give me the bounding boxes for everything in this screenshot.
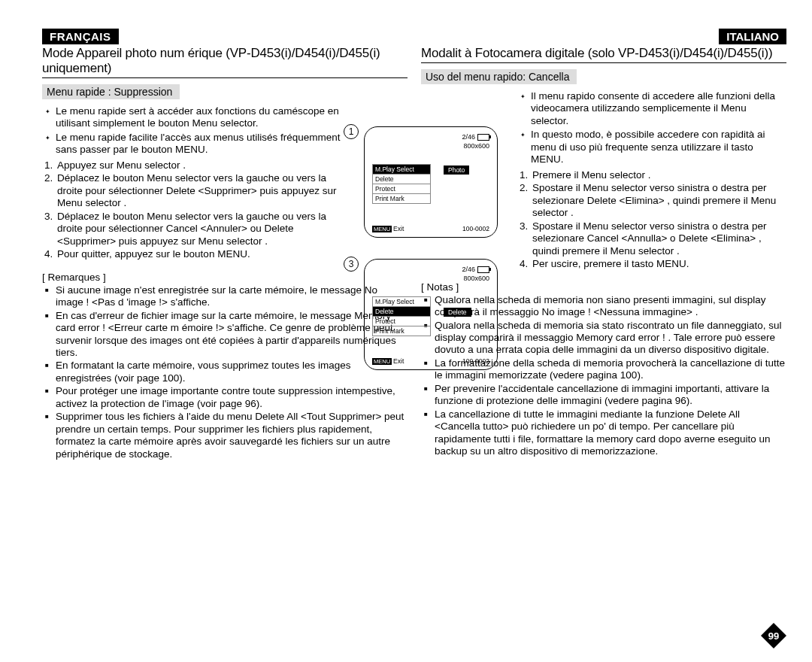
menu-value-photo: Photo (444, 166, 469, 175)
step-badge-3: 3 (344, 257, 359, 272)
menu-button-label: MENU (372, 226, 392, 232)
note-2-fr: En cas d'erreur de fichier image sur la … (56, 310, 408, 360)
subheading-fr: Menu rapide : Suppression (42, 84, 180, 99)
menu-row-printmark: Print Mark (373, 194, 430, 203)
lcd-illustrations: 1 2/46 800x600 M.Play Select Photo Delet… (364, 126, 507, 391)
note-4-fr: Pour protéger une image importante contr… (56, 385, 408, 410)
exit-label: Exit (393, 357, 404, 365)
lcd-figure-3: 3 2/46 800x600 M.Play Select Delete Dele… (364, 259, 498, 370)
menu-row-printmark: Print Mark (373, 326, 430, 336)
page-number: 99 (768, 630, 779, 642)
page-title-fr: Mode Appareil photo num érique (VP-D453(… (42, 46, 408, 78)
battery-icon (477, 266, 489, 273)
note-5-fr: Supprimer tous les fichiers à l'aide du … (56, 411, 408, 460)
intro-para-2-fr: Le menu rapide facilite l'accès aux menu… (56, 132, 350, 156)
exit-label: Exit (393, 225, 404, 232)
menu-value-delete: Delete (444, 308, 471, 317)
intro-para-1-it: Il menu rapido consente di accedere alle… (531, 90, 786, 127)
intro-para-2-it: In questo modo, è possibile accedere con… (531, 129, 786, 166)
menu-row-delete: Delete (373, 175, 430, 184)
menu-row-protect: Protect (373, 184, 430, 194)
lcd-figure-1: 1 2/46 800x600 M.Play Select Photo Delet… (364, 126, 498, 238)
image-counter: 2/46 (462, 266, 475, 273)
step-2-fr: Déplacez le bouton Menu selector vers la… (56, 172, 350, 209)
step-4-it: Per uscire, premere il tasto MENU. (531, 258, 786, 270)
note-1-fr: Si aucune image n'est enregistrée sur la… (56, 284, 408, 309)
intro-para-1-fr: Le menu rapide sert à accéder aux foncti… (56, 105, 350, 130)
step-badge-1: 1 (344, 124, 359, 139)
resolution-label: 800x600 (463, 275, 489, 282)
menu-button-label: MENU (372, 358, 392, 365)
note-3-fr: En formatant la carte mémoire, vous supp… (56, 360, 408, 384)
file-number: 100-0002 (462, 357, 489, 365)
resolution-label: 800x600 (463, 142, 489, 150)
step-1-fr: Appuyez sur Menu selector . (56, 159, 350, 172)
note-5-it: La cancellazione di tutte le immagini me… (435, 408, 786, 458)
step-1-it: Premere il Menu selector . (531, 169, 786, 181)
menu-row-mplay-select: M.Play Select Photo (373, 165, 430, 175)
battery-icon (477, 134, 489, 141)
image-counter: 2/46 (462, 133, 475, 141)
menu-row-delete-selected: Delete Delete (373, 307, 430, 317)
page-title-it: Modalit à Fotocamera digitale (solo VP-D… (421, 46, 786, 63)
page-number-badge: 99 (761, 623, 786, 648)
step-4-fr: Pour quitter, appuyez sur le bouton MENU… (56, 248, 350, 260)
menu-row-mplay-select: M.Play Select (373, 297, 430, 307)
file-number: 100-0002 (462, 225, 489, 232)
language-tag-it: ITALIANO (719, 29, 786, 44)
step-2-it: Spostare il Menu selector verso sinistra… (531, 182, 786, 219)
subheading-it: Uso del menu rapido: Cancella (421, 69, 577, 84)
language-tag-fr: FRANÇAIS (42, 29, 119, 44)
notes-heading-fr: [ Remarques ] (42, 272, 408, 283)
menu-row-protect: Protect (373, 317, 430, 326)
step-3-fr: Déplacez le bouton Menu selector vers la… (56, 211, 350, 247)
step-3-it: Spostare il Menu selector verso sinistra… (531, 220, 786, 257)
